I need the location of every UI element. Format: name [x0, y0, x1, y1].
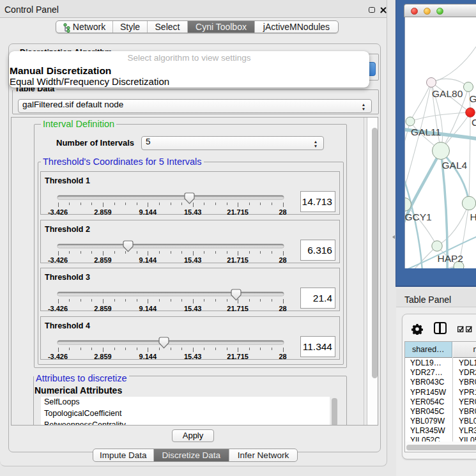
svg-text:GAL11: GAL11 — [411, 127, 441, 137]
svg-text:C: C — [472, 117, 476, 128]
svg-text:H: H — [470, 211, 476, 222]
svg-text:HAP2: HAP2 — [438, 253, 464, 264]
svg-text:GAL4: GAL4 — [442, 160, 468, 171]
svg-text:GCY1: GCY1 — [405, 211, 432, 222]
svg-text:G: G — [470, 93, 476, 104]
svg-text:GAL80: GAL80 — [432, 88, 463, 99]
